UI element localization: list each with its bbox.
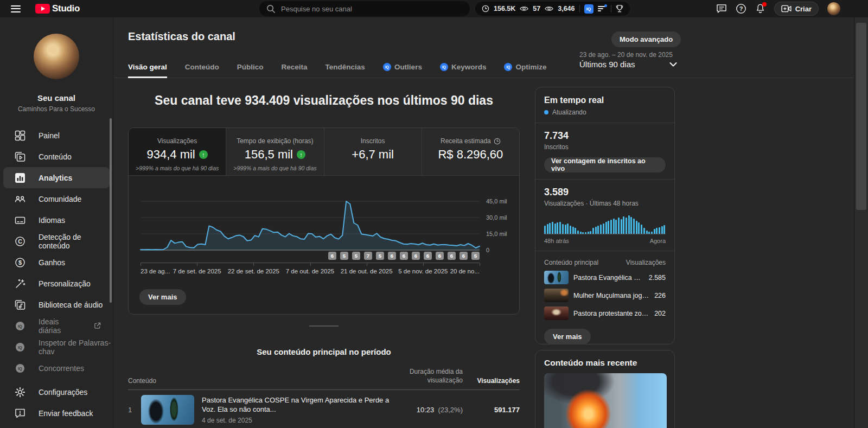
metric-visualizacoes[interactable]: Visualizações 934,4 mil↑ >999% a mais do…: [129, 128, 226, 175]
watch-time-clock-icon: [482, 5, 489, 12]
tab-outliers[interactable]: IQOutliers: [383, 63, 422, 78]
metric-label: Visualizações: [157, 137, 197, 145]
search-input[interactable]: [281, 5, 463, 13]
recent-video-thumbnail[interactable]: [544, 373, 667, 428]
metric-tabs: Visualizações 934,4 mil↑ >999% a mais do…: [129, 128, 519, 176]
realtime-bar: [544, 226, 546, 234]
metric-label: Tempo de exibição (horas): [237, 137, 313, 145]
tab-publico[interactable]: Público: [237, 63, 264, 78]
realtime-list-item[interactable]: Pastora Evangélica COSP... 2.585: [544, 271, 666, 284]
realtime-bar: [557, 222, 558, 234]
vidiq-ranking-icon[interactable]: [598, 5, 607, 12]
svg-text:?: ?: [739, 5, 743, 12]
realtime-list-item[interactable]: Mulher Muçulmana jogou ... 226: [544, 289, 666, 302]
vidiq-gray-icon: IQ: [15, 321, 25, 331]
line-chart-svg: 45,0 mil30,0 mil15,0 mil0: [129, 183, 520, 263]
sidebar-item-biblioteca[interactable]: Biblioteca de áudio: [0, 294, 113, 315]
date-range-selector[interactable]: 23 de ago. – 20 de nov. de 2025 Últimos …: [579, 51, 677, 69]
analytics-icon: [15, 173, 25, 183]
axis-tick: [141, 263, 141, 266]
logo-text: Studio: [52, 3, 80, 14]
notification-dot: [762, 2, 767, 7]
sidebar-item-conteudo[interactable]: Conteúdo: [0, 146, 113, 167]
subtitles-icon: [15, 215, 25, 226]
chevron-down-icon: [669, 62, 677, 67]
sidebar-item-label: Analytics: [39, 174, 72, 182]
sidebar-item-idiomas[interactable]: Idiomas: [0, 209, 113, 231]
sidebar-item-personalizacao[interactable]: Personalização: [0, 273, 113, 294]
video-title: Pastora Evangélica COSP...: [573, 274, 644, 282]
avg-duration-value: 10:23: [417, 406, 435, 414]
sidebar-item-painel[interactable]: Painel: [0, 125, 113, 146]
window-scrollbar-thumb[interactable]: [856, 23, 866, 210]
sidebar-item-concorrentes[interactable]: IQ Concorrentes: [0, 357, 113, 379]
realtime-bar: [646, 231, 648, 234]
realtime-bar: [610, 220, 612, 234]
realtime-list-item[interactable]: Pastora protestante zomb... 202: [544, 306, 666, 320]
sidebar-item-configuracoes[interactable]: Configurações: [0, 381, 113, 403]
realtime-bar: [580, 232, 582, 234]
help-icon[interactable]: ?: [736, 3, 746, 14]
views-value: 591.177: [463, 406, 520, 414]
sidebar-item-deteccao[interactable]: C Detecção de conteúdo: [0, 231, 113, 252]
tab-optimize[interactable]: IQOptimize: [504, 63, 546, 78]
see-more-button[interactable]: Ver mais: [139, 289, 186, 305]
recent-content-title: Conteúdo mais recente: [544, 358, 666, 368]
customization-wand-icon: [15, 278, 25, 289]
metric-tempo-exibicao[interactable]: Tempo de exibição (horas) 156,5 mil↑ >99…: [226, 128, 324, 175]
top-content-title: Seu conteúdo principal no período: [128, 347, 520, 356]
recent-content-card: Conteúdo mais recente: [535, 350, 675, 428]
tab-conteudo[interactable]: Conteúdo: [185, 63, 219, 78]
feedback-comment-icon[interactable]: [716, 4, 727, 14]
window-scrollbar-track[interactable]: [854, 17, 868, 428]
tab-receita[interactable]: Receita: [282, 63, 308, 78]
sidebar-item-comunidade[interactable]: Comunidade: [0, 188, 113, 209]
tab-visao-geral[interactable]: Visão geral: [128, 63, 167, 78]
row-rank: 1: [128, 406, 141, 414]
sidebar-item-inspetor-palavras-chave[interactable]: IQ Inspetor de Palavras-chav: [0, 336, 113, 357]
sidebar-item-label: Biblioteca de áudio: [39, 301, 103, 309]
vidiq-logo-icon[interactable]: IQ: [584, 4, 593, 14]
metric-receita[interactable]: Receita estimada R$ 8.296,60: [422, 128, 519, 175]
realtime-bar: [618, 218, 620, 234]
youtube-studio-logo[interactable]: Studio: [35, 3, 80, 14]
realtime-bar: [559, 222, 561, 234]
views-eye-icon: [545, 5, 553, 12]
realtime-bar: [572, 227, 574, 234]
account-avatar[interactable]: [827, 2, 840, 15]
metric-note: >999% a mais do que há 90 dias: [136, 165, 219, 172]
live-dot-icon: [544, 110, 548, 114]
menu-icon[interactable]: [11, 5, 21, 12]
metric-inscritos[interactable]: Inscritos +6,7 mil: [324, 128, 422, 175]
sidebar-item-analytics[interactable]: Analytics: [3, 167, 110, 188]
channel-avatar[interactable]: [34, 34, 79, 79]
realtime-bar: [600, 225, 602, 234]
sidebar: Seu canal Caminhos Para o Sucesso Painel…: [0, 17, 113, 428]
table-row[interactable]: 1 Pastora Evangélica COSPE na Virgem Apa…: [128, 390, 520, 425]
live-subscriber-count-button[interactable]: Ver contagem de inscritos ao vivo: [544, 157, 666, 173]
published-videos-badge: 5: [471, 252, 480, 260]
create-button[interactable]: Criar: [774, 2, 819, 16]
published-videos-badge: 5: [340, 252, 348, 260]
tab-tendencias[interactable]: Tendências: [326, 63, 365, 78]
copyright-icon: C: [15, 236, 25, 247]
subscribers-count: 7.734: [544, 130, 666, 142]
sidebar-item-ganhos[interactable]: $ Ganhos: [0, 252, 113, 273]
sidebar-item-enviar-feedback[interactable]: Enviar feedback: [0, 403, 113, 424]
tab-keywords[interactable]: IQKeywords: [440, 63, 487, 78]
sidebar-item-ideais-diarias[interactable]: IQ Ideais diárias: [0, 315, 113, 336]
notifications-bell-icon[interactable]: [755, 3, 765, 14]
svg-text:15,0 mil: 15,0 mil: [486, 231, 507, 237]
vidiq-trophy-icon[interactable]: [616, 4, 623, 13]
realtime-bar: [547, 224, 548, 234]
realtime-bar: [585, 232, 586, 234]
video-thumbnail[interactable]: [141, 395, 194, 425]
realtime-bar: [661, 226, 663, 234]
sidebar-scrollbar-thumb[interactable]: [110, 118, 112, 303]
advanced-mode-button[interactable]: Modo avançado: [611, 31, 681, 47]
axis-tick: [423, 263, 424, 266]
realtime-bar-chart: [544, 214, 666, 234]
see-more-button[interactable]: Ver mais: [544, 329, 591, 344]
views-48h-count: 3.589: [544, 187, 666, 198]
vidiq-stats-bar: 156.5K 57 3,646 IQ: [475, 2, 630, 16]
